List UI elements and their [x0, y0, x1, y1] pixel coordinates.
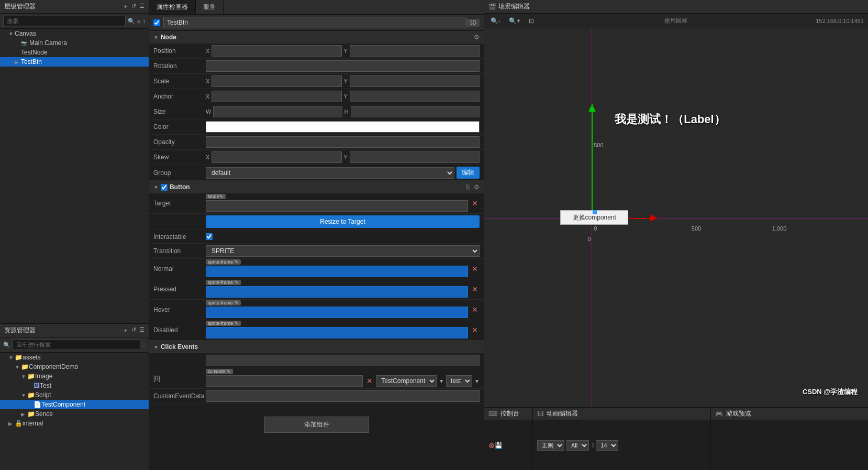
node-settings-icon[interactable]: ⚙	[474, 34, 480, 41]
normal-row: Normal sprite-frame ✎ default_btn_normal…	[149, 259, 484, 279]
pressed-remove-btn[interactable]: ✕	[470, 285, 480, 293]
sence-folder-arrow: ▶	[21, 411, 27, 417]
node-name-bar: TestBtn 3D	[149, 15, 484, 31]
hierarchy-refresh-icon[interactable]: ↺	[131, 3, 136, 10]
group-edit-btn[interactable]: 编辑	[457, 167, 480, 179]
size-h-input[interactable]: 80	[351, 106, 480, 117]
font-size-select[interactable]: 14	[596, 440, 618, 451]
tree-image-folder[interactable]: ▼ 📁 Image	[0, 371, 149, 381]
tree-canvas[interactable]: ▼ Canvas	[0, 29, 149, 38]
click-event-0-row: [0] cc.Node ✎ Canvas ✕ TestComponent ▼ t…	[149, 368, 484, 389]
asset-menu-icon[interactable]: ☰	[139, 326, 144, 334]
button-enabled-checkbox[interactable]	[161, 184, 168, 191]
opacity-label: Opacity	[153, 138, 206, 146]
button-copy-icon[interactable]: ⎘	[466, 183, 470, 191]
hierarchy-search-input[interactable]	[3, 16, 126, 26]
console-panel: ⌨ 控制台 ⊗ 💾	[484, 408, 533, 470]
asset-tree: ▼ 📁 assets ▼ 📁 ComponentDemo ▼ 📁 Image	[0, 353, 149, 470]
custom-event-data-input[interactable]	[206, 390, 480, 402]
hierarchy-sort-icon[interactable]: ↕	[143, 18, 146, 24]
target-input[interactable]: Background	[206, 200, 468, 212]
skew-y-input[interactable]: 0	[350, 151, 480, 163]
console-save-icon[interactable]: 💾	[495, 442, 503, 449]
click-event-method-select[interactable]: test	[446, 375, 472, 387]
click-event-method-dropdown-icon: ▼	[474, 378, 480, 384]
skew-x-input[interactable]: 0	[212, 151, 341, 163]
scale-x-input[interactable]: 1	[212, 75, 341, 87]
button-settings-icon[interactable]: ⚙	[474, 183, 480, 191]
console-stop-icon[interactable]: ⊗	[488, 441, 495, 450]
position-x-input[interactable]: 0	[212, 45, 341, 57]
transition-select[interactable]: SPRITE	[206, 245, 480, 257]
anim-title: 动画编辑器	[547, 409, 578, 418]
normal-remove-btn[interactable]: ✕	[470, 265, 480, 273]
scale-y-input[interactable]: 1	[350, 75, 480, 87]
resize-to-target-btn[interactable]: Resize to Target	[206, 215, 480, 228]
scene-viewport[interactable]: 500 0 500 1,000 0 我是测试！（Label） 更换compone…	[484, 28, 868, 407]
tree-component-demo[interactable]: ▼ 📁 ComponentDemo	[0, 362, 149, 371]
main-camera-label: Main Camera	[29, 39, 67, 47]
hierarchy-add-icon[interactable]: ＋	[123, 3, 128, 10]
font-mode-select[interactable]: 正则	[537, 440, 564, 451]
tree-test-btn[interactable]: ▶ TestBtn	[0, 57, 149, 67]
tree-test-component[interactable]: 📄 TestComponent	[0, 400, 149, 409]
tree-assets-root[interactable]: ▼ 📁 assets	[0, 353, 149, 362]
click-event-cc-node-badge: cc.Node ✎	[206, 369, 233, 374]
image-folder-arrow: ▼	[21, 374, 27, 379]
sence-folder-label: Sence	[35, 410, 53, 418]
node-section-header: ▼ Node ⚙	[149, 31, 484, 43]
anim-icon: 🎞	[537, 410, 543, 418]
tree-internal-folder[interactable]: ▶ 🔒 internal	[0, 419, 149, 428]
tree-sence-folder[interactable]: ▶ 📁 Sence	[0, 409, 149, 419]
disabled-remove-btn[interactable]: ✕	[470, 326, 480, 334]
target-remove-btn[interactable]: ✕	[470, 199, 480, 207]
anchor-x-input[interactable]: 0.5	[212, 91, 341, 102]
skew-row: Skew X 0 Y 0	[149, 150, 484, 165]
asset-sort-icon[interactable]: ≡	[142, 342, 146, 348]
tree-main-camera[interactable]: 📷 Main Camera	[0, 38, 149, 48]
anchor-y-input[interactable]: 0.5	[350, 91, 480, 102]
scene-fit-btn[interactable]: ⊡	[527, 16, 536, 26]
color-preview[interactable]	[206, 121, 480, 133]
size-w-input[interactable]: 400	[213, 106, 342, 117]
pressed-sprite-input[interactable]: default_btn_pressed	[206, 286, 468, 298]
hierarchy-menu-icon[interactable]: ☰	[139, 3, 144, 10]
add-component-btn[interactable]: 添加组件	[264, 417, 369, 433]
script-folder-arrow: ▼	[21, 392, 27, 398]
font-filter-select[interactable]: All	[566, 440, 589, 451]
click-event-component-select[interactable]: TestComponent	[376, 375, 437, 387]
scene-zoom-in-btn[interactable]: 🔍+	[507, 16, 522, 26]
asset-search-input[interactable]	[13, 340, 140, 350]
node-name-input[interactable]: TestBtn	[163, 17, 466, 28]
main-camera-arrow	[15, 40, 21, 46]
script-folder-label: Script	[35, 391, 51, 399]
asset-add-icon[interactable]: ＋	[123, 326, 128, 334]
opacity-input[interactable]: 255	[206, 136, 480, 148]
rotation-input[interactable]: 0	[206, 60, 480, 72]
disabled-sprite-input[interactable]: default_btn_disabled	[206, 327, 468, 338]
position-y-input[interactable]: -178.364	[350, 45, 480, 57]
hover-sprite-input[interactable]: default_btn_normal	[206, 307, 468, 318]
hierarchy-filter-icon[interactable]: ≡	[137, 18, 140, 24]
normal-sprite-input[interactable]: default_btn_normal	[206, 266, 468, 277]
tree-test-image[interactable]: 🖼 Test	[0, 381, 149, 390]
tab-properties[interactable]: 属性检查器	[149, 0, 196, 14]
color-label: Color	[153, 123, 206, 130]
node-enabled-checkbox[interactable]	[153, 19, 160, 26]
interactable-checkbox[interactable]	[206, 233, 213, 240]
click-event-canvas-input[interactable]: Canvas	[206, 375, 363, 387]
scene-panel: 🎬 场景编辑器 🔍- 🔍+ ⊡ 使用鼠标 152.168.0.10:1451 5…	[484, 0, 868, 470]
scene-zoom-out-btn[interactable]: 🔍-	[488, 16, 503, 26]
group-select[interactable]: default	[206, 167, 454, 179]
hierarchy-search-icon[interactable]: 🔍	[128, 18, 135, 25]
tree-script-folder[interactable]: ▼ 📁 Script	[0, 390, 149, 400]
asset-search-icon[interactable]: 🔍	[3, 342, 10, 348]
asset-refresh-icon[interactable]: ↺	[131, 326, 136, 334]
custom-event-data-label: CustomEventData	[153, 392, 206, 400]
tab-services[interactable]: 服务	[196, 0, 224, 14]
click-events-count-input[interactable]: 1	[206, 355, 480, 366]
click-event-canvas-remove[interactable]: ✕	[365, 377, 374, 385]
tree-test-node[interactable]: TestNode	[0, 48, 149, 57]
asset-panel-header: 资源管理器 ＋ ↺ ☰	[0, 324, 149, 337]
hover-remove-btn[interactable]: ✕	[470, 305, 480, 314]
